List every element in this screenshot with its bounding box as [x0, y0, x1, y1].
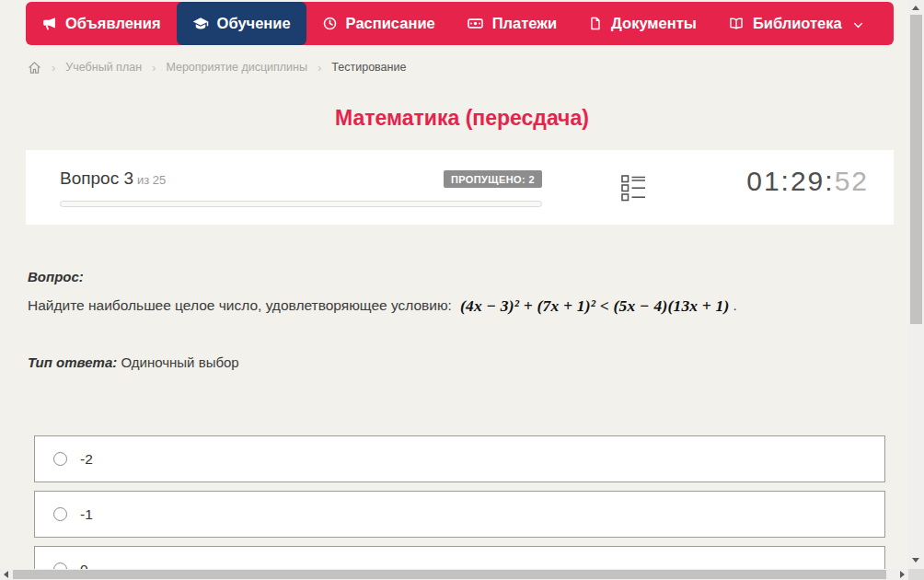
vertical-scrollbar[interactable]: [908, 0, 924, 580]
answer-options: -2 -1 0: [34, 435, 885, 580]
scroll-left-arrow[interactable]: [4, 571, 8, 578]
question-number: Вопрос 3из 25: [60, 168, 166, 189]
book-icon: [728, 16, 745, 31]
timer-hours-minutes: 01:29:: [746, 166, 834, 196]
option-label: -1: [80, 506, 93, 523]
radio-button[interactable]: [53, 452, 67, 466]
question-section-label: Вопрос:: [28, 269, 84, 284]
horizontal-scrollbar[interactable]: [0, 569, 908, 580]
nav-item-label: Платежи: [492, 15, 557, 32]
graduation-cap-icon: [192, 16, 209, 32]
chevron-down-icon: [852, 19, 864, 31]
megaphone-icon: [41, 16, 57, 31]
answer-type-label: Тип ответа:: [28, 354, 117, 370]
nav-item-learning[interactable]: Обучение: [177, 2, 306, 45]
question-header-card: Вопрос 3из 25 ПРОПУЩЕНО: 2 01:29:52: [26, 150, 894, 225]
question-text: Найдите наибольшее целое число, удовлетв…: [28, 297, 452, 314]
nav-item-label: Расписание: [346, 15, 435, 32]
nav-item-documents[interactable]: Документы: [572, 2, 712, 45]
question-text-line: Найдите наибольшее целое число, удовлетв…: [28, 290, 737, 321]
banknote-icon: [467, 15, 484, 32]
math-formula: (4x − 3)² + (7x + 1)² < (5x − 4)(13x + 1…: [460, 296, 730, 316]
breadcrumb-item-discipline-event[interactable]: Мероприятие дисциплины: [166, 61, 307, 74]
breadcrumb-separator: ›: [152, 61, 156, 75]
page-title: Математика (пересдача): [0, 106, 924, 131]
scrollbar-corner: [908, 569, 924, 580]
answer-type-value: Одиночный выбор: [121, 354, 238, 370]
answer-option-2[interactable]: -1: [34, 491, 885, 538]
scroll-down-arrow[interactable]: [912, 558, 919, 563]
document-icon: [588, 16, 603, 31]
nav-item-schedule[interactable]: Расписание: [306, 2, 451, 45]
horizontal-scrollbar-thumb[interactable]: [13, 570, 886, 579]
breadcrumb-item-testing: Тестирование: [331, 61, 406, 74]
top-navigation: Объявления Обучение Расписание Платежи Д…: [26, 2, 894, 45]
nav-item-label: Обучение: [217, 15, 291, 32]
answer-option-1[interactable]: -2: [34, 435, 885, 482]
question-total: из 25: [137, 173, 166, 187]
nav-item-label: Библиотека: [753, 15, 842, 32]
vertical-scrollbar-thumb[interactable]: [910, 15, 922, 324]
question-list-icon[interactable]: [621, 174, 646, 205]
scroll-right-arrow[interactable]: [900, 571, 905, 578]
progress-bar: [60, 201, 542, 207]
countdown-timer: 01:29:52: [746, 166, 869, 197]
scroll-up-arrow[interactable]: [912, 6, 919, 10]
breadcrumb: › Учебный план › Мероприятие дисциплины …: [28, 57, 406, 77]
nav-item-label: Документы: [611, 15, 697, 32]
answer-type-line: Тип ответа: Одиночный выбор: [28, 354, 239, 370]
radio-button[interactable]: [53, 507, 67, 521]
nav-item-library[interactable]: Библиотека: [712, 2, 880, 45]
clock-icon: [322, 16, 338, 31]
nav-item-payments[interactable]: Платежи: [451, 2, 572, 45]
question-text-suffix: .: [733, 297, 737, 314]
breadcrumb-separator: ›: [52, 61, 55, 75]
breadcrumb-item-study-plan[interactable]: Учебный план: [65, 61, 142, 74]
home-icon[interactable]: [28, 61, 41, 75]
skipped-badge: ПРОПУЩЕНО: 2: [444, 170, 542, 188]
breadcrumb-separator: ›: [318, 61, 321, 75]
timer-seconds: 52: [835, 166, 869, 196]
option-label: -2: [80, 451, 93, 468]
nav-item-label: Объявления: [65, 15, 161, 32]
nav-item-announcements[interactable]: Объявления: [26, 2, 177, 45]
